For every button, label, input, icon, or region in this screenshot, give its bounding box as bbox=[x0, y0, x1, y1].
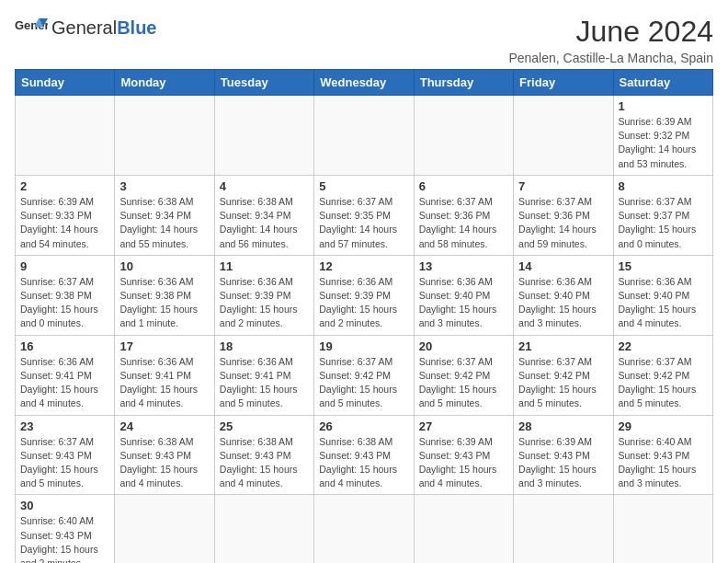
calendar-day-cell: 28Sunrise: 6:39 AM Sunset: 9:43 PM Dayli… bbox=[514, 415, 613, 495]
day-number: 30 bbox=[20, 499, 109, 512]
calendar-week-row: 1Sunrise: 6:39 AM Sunset: 9:32 PM Daylig… bbox=[16, 96, 713, 176]
day-info: Sunrise: 6:37 AM Sunset: 9:43 PM Dayligh… bbox=[20, 435, 109, 491]
day-info: Sunrise: 6:37 AM Sunset: 9:42 PM Dayligh… bbox=[419, 355, 508, 411]
day-info: Sunrise: 6:36 AM Sunset: 9:40 PM Dayligh… bbox=[518, 275, 608, 331]
day-info: Sunrise: 6:37 AM Sunset: 9:38 PM Dayligh… bbox=[20, 275, 109, 331]
day-info: Sunrise: 6:39 AM Sunset: 9:43 PM Dayligh… bbox=[419, 435, 508, 491]
weekday-header-tuesday: Tuesday bbox=[214, 70, 313, 96]
day-info: Sunrise: 6:36 AM Sunset: 9:41 PM Dayligh… bbox=[220, 355, 309, 411]
day-info: Sunrise: 6:39 AM Sunset: 9:32 PM Dayligh… bbox=[619, 115, 708, 171]
day-info: Sunrise: 6:36 AM Sunset: 9:41 PM Dayligh… bbox=[20, 355, 109, 411]
day-number: 21 bbox=[518, 339, 608, 353]
calendar-day-cell: 7Sunrise: 6:37 AM Sunset: 9:36 PM Daylig… bbox=[514, 175, 613, 255]
day-number: 24 bbox=[119, 419, 209, 433]
day-info: Sunrise: 6:36 AM Sunset: 9:39 PM Dayligh… bbox=[220, 275, 309, 331]
day-info: Sunrise: 6:40 AM Sunset: 9:43 PM Dayligh… bbox=[20, 514, 109, 563]
day-info: Sunrise: 6:38 AM Sunset: 9:43 PM Dayligh… bbox=[220, 435, 309, 491]
calendar-day-cell bbox=[314, 96, 414, 176]
calendar-day-cell bbox=[115, 96, 214, 176]
weekday-header-saturday: Saturday bbox=[613, 70, 712, 96]
day-number: 17 bbox=[119, 339, 209, 353]
calendar-day-cell: 16Sunrise: 6:36 AM Sunset: 9:41 PM Dayli… bbox=[16, 335, 115, 415]
day-info: Sunrise: 6:37 AM Sunset: 9:37 PM Dayligh… bbox=[619, 195, 708, 251]
calendar-day-cell bbox=[514, 96, 613, 176]
day-info: Sunrise: 6:37 AM Sunset: 9:42 PM Dayligh… bbox=[319, 355, 408, 411]
day-info: Sunrise: 6:36 AM Sunset: 9:38 PM Dayligh… bbox=[119, 275, 209, 331]
calendar-day-cell bbox=[314, 495, 414, 563]
day-number: 7 bbox=[518, 179, 608, 193]
calendar-day-cell: 22Sunrise: 6:37 AM Sunset: 9:42 PM Dayli… bbox=[613, 335, 712, 415]
calendar-day-cell bbox=[613, 495, 712, 563]
weekday-header-sunday: Sunday bbox=[16, 70, 115, 96]
weekday-header-wednesday: Wednesday bbox=[314, 70, 414, 96]
logo-icon: General bbox=[15, 15, 48, 40]
calendar-table: SundayMondayTuesdayWednesdayThursdayFrid… bbox=[15, 69, 713, 563]
day-info: Sunrise: 6:36 AM Sunset: 9:40 PM Dayligh… bbox=[419, 275, 508, 331]
calendar-day-cell: 10Sunrise: 6:36 AM Sunset: 9:38 PM Dayli… bbox=[115, 255, 214, 335]
day-info: Sunrise: 6:39 AM Sunset: 9:33 PM Dayligh… bbox=[20, 195, 109, 251]
day-info: Sunrise: 6:38 AM Sunset: 9:43 PM Dayligh… bbox=[119, 435, 209, 491]
day-info: Sunrise: 6:40 AM Sunset: 9:43 PM Dayligh… bbox=[619, 435, 708, 491]
calendar-day-cell: 30Sunrise: 6:40 AM Sunset: 9:43 PM Dayli… bbox=[16, 495, 115, 563]
calendar-week-row: 9Sunrise: 6:37 AM Sunset: 9:38 PM Daylig… bbox=[16, 255, 713, 335]
day-number: 27 bbox=[419, 419, 508, 433]
day-number: 29 bbox=[619, 419, 708, 433]
weekday-header-friday: Friday bbox=[514, 70, 613, 96]
logo-blue: Blue bbox=[117, 17, 156, 38]
calendar-week-row: 23Sunrise: 6:37 AM Sunset: 9:43 PM Dayli… bbox=[16, 415, 713, 495]
day-number: 3 bbox=[119, 179, 209, 193]
calendar-week-row: 2Sunrise: 6:39 AM Sunset: 9:33 PM Daylig… bbox=[16, 175, 713, 255]
calendar-day-cell: 24Sunrise: 6:38 AM Sunset: 9:43 PM Dayli… bbox=[115, 415, 214, 495]
calendar-day-cell: 15Sunrise: 6:36 AM Sunset: 9:40 PM Dayli… bbox=[613, 255, 712, 335]
day-info: Sunrise: 6:37 AM Sunset: 9:36 PM Dayligh… bbox=[419, 195, 508, 251]
day-number: 1 bbox=[619, 99, 708, 113]
logo-general: General bbox=[51, 17, 117, 38]
calendar-day-cell: 9Sunrise: 6:37 AM Sunset: 9:38 PM Daylig… bbox=[16, 255, 115, 335]
calendar-title: June 2024 bbox=[508, 15, 713, 49]
calendar-week-row: 30Sunrise: 6:40 AM Sunset: 9:43 PM Dayli… bbox=[16, 495, 713, 563]
day-number: 16 bbox=[20, 339, 109, 353]
calendar-day-cell bbox=[214, 495, 313, 563]
calendar-day-cell: 4Sunrise: 6:38 AM Sunset: 9:34 PM Daylig… bbox=[214, 175, 313, 255]
calendar-day-cell bbox=[16, 96, 115, 176]
day-number: 2 bbox=[20, 179, 109, 193]
calendar-day-cell: 17Sunrise: 6:36 AM Sunset: 9:41 PM Dayli… bbox=[115, 335, 214, 415]
day-info: Sunrise: 6:38 AM Sunset: 9:34 PM Dayligh… bbox=[119, 195, 209, 251]
day-number: 23 bbox=[20, 419, 109, 433]
day-number: 8 bbox=[619, 179, 708, 193]
day-number: 25 bbox=[220, 419, 309, 433]
calendar-day-cell: 14Sunrise: 6:36 AM Sunset: 9:40 PM Dayli… bbox=[514, 255, 613, 335]
day-number: 12 bbox=[319, 259, 408, 273]
calendar-day-cell: 11Sunrise: 6:36 AM Sunset: 9:39 PM Dayli… bbox=[214, 255, 313, 335]
day-number: 20 bbox=[419, 339, 508, 353]
day-number: 11 bbox=[220, 259, 309, 273]
calendar-day-cell: 1Sunrise: 6:39 AM Sunset: 9:32 PM Daylig… bbox=[613, 96, 712, 176]
weekday-header-row: SundayMondayTuesdayWednesdayThursdayFrid… bbox=[16, 70, 713, 96]
calendar-day-cell bbox=[115, 495, 214, 563]
calendar-day-cell bbox=[414, 96, 513, 176]
day-number: 4 bbox=[220, 179, 309, 193]
calendar-day-cell: 20Sunrise: 6:37 AM Sunset: 9:42 PM Dayli… bbox=[414, 335, 513, 415]
day-number: 15 bbox=[619, 259, 708, 273]
day-info: Sunrise: 6:38 AM Sunset: 9:34 PM Dayligh… bbox=[220, 195, 309, 251]
day-info: Sunrise: 6:38 AM Sunset: 9:43 PM Dayligh… bbox=[319, 435, 408, 491]
day-number: 13 bbox=[419, 259, 508, 273]
calendar-subtitle: Penalen, Castille-La Mancha, Spain bbox=[508, 51, 713, 65]
weekday-header-thursday: Thursday bbox=[414, 70, 513, 96]
calendar-day-cell: 12Sunrise: 6:36 AM Sunset: 9:39 PM Dayli… bbox=[314, 255, 414, 335]
calendar-day-cell: 21Sunrise: 6:37 AM Sunset: 9:42 PM Dayli… bbox=[514, 335, 613, 415]
calendar-day-cell: 27Sunrise: 6:39 AM Sunset: 9:43 PM Dayli… bbox=[414, 415, 513, 495]
day-info: Sunrise: 6:36 AM Sunset: 9:40 PM Dayligh… bbox=[619, 275, 708, 331]
day-number: 6 bbox=[419, 179, 508, 193]
day-number: 28 bbox=[518, 419, 608, 433]
calendar-day-cell: 13Sunrise: 6:36 AM Sunset: 9:40 PM Dayli… bbox=[414, 255, 513, 335]
weekday-header-monday: Monday bbox=[115, 70, 214, 96]
calendar-day-cell: 25Sunrise: 6:38 AM Sunset: 9:43 PM Dayli… bbox=[214, 415, 313, 495]
day-info: Sunrise: 6:37 AM Sunset: 9:42 PM Dayligh… bbox=[518, 355, 608, 411]
day-number: 19 bbox=[319, 339, 408, 353]
calendar-day-cell: 29Sunrise: 6:40 AM Sunset: 9:43 PM Dayli… bbox=[613, 415, 712, 495]
logo: General GeneralBlue bbox=[15, 15, 157, 40]
day-info: Sunrise: 6:36 AM Sunset: 9:41 PM Dayligh… bbox=[119, 355, 209, 411]
calendar-day-cell bbox=[514, 495, 613, 563]
day-info: Sunrise: 6:37 AM Sunset: 9:42 PM Dayligh… bbox=[619, 355, 708, 411]
